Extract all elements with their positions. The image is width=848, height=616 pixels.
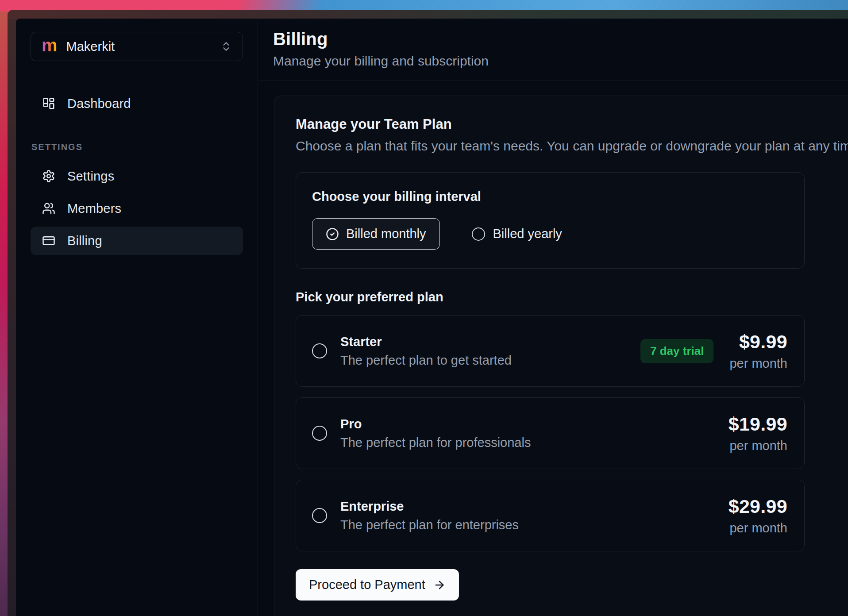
trial-badge: 7 day trial [640, 339, 713, 363]
plan-period: per month [729, 439, 787, 453]
credit-card-icon [42, 234, 55, 247]
proceed-to-payment-button[interactable]: Proceed to Payment [296, 569, 459, 601]
interval-heading: Choose your billing interval [312, 189, 788, 204]
plan-price: $29.99 [729, 496, 787, 517]
plan-price-block: $19.99 per month [729, 413, 787, 453]
card-description: Choose a plan that fits your team's need… [296, 139, 848, 154]
circle-check-icon [326, 227, 339, 241]
plans-heading: Pick your preferred plan [296, 290, 848, 304]
makerkit-logo: m [42, 36, 58, 54]
radio-circle-icon [472, 227, 485, 241]
workspace-name: Makerkit [66, 39, 115, 54]
interval-option-label: Billed monthly [346, 227, 426, 241]
interval-option-monthly[interactable]: Billed monthly [312, 218, 440, 250]
plan-name: Enterprise [340, 499, 519, 514]
radio-circle-icon[interactable] [312, 343, 327, 358]
sidebar-nav: Dashboard SETTINGS Settings Members [31, 89, 243, 259]
interval-options: Billed monthly Billed yearly [312, 218, 788, 250]
radio-circle-icon[interactable] [312, 426, 327, 441]
team-plan-card: Manage your Team Plan Choose a plan that… [274, 96, 848, 616]
plan-info: Starter The perfect plan to get started [340, 335, 512, 368]
sidebar: m Makerkit Dashboard SETTINGS [16, 19, 258, 616]
arrow-right-icon [433, 579, 446, 591]
app-window: m Makerkit Dashboard SETTINGS [8, 10, 848, 616]
radio-circle-icon[interactable] [312, 508, 327, 523]
page-header: Billing Manage your billing and subscrip… [258, 19, 848, 81]
plan-description: The perfect plan to get started [340, 353, 512, 368]
plan-period: per month [729, 521, 787, 535]
plan-description: The perfect plan for enterprises [340, 518, 519, 532]
sidebar-item-dashboard[interactable]: Dashboard [31, 89, 243, 118]
page-subtitle: Manage your billing and subscription [273, 54, 830, 69]
billing-interval-box: Choose your billing interval Billed mont… [296, 172, 805, 269]
proceed-to-payment-label: Proceed to Payment [309, 578, 425, 592]
plan-description: The perfect plan for professionals [340, 435, 531, 450]
plan-row-starter[interactable]: Starter The perfect plan to get started … [296, 315, 805, 387]
app-surface: m Makerkit Dashboard SETTINGS [16, 19, 848, 616]
plan-right: $29.99 per month [729, 496, 787, 535]
main-content: Billing Manage your billing and subscrip… [258, 19, 848, 616]
sidebar-item-settings[interactable]: Settings [31, 162, 243, 190]
chevrons-up-down-icon [220, 41, 232, 52]
plan-price: $9.99 [729, 331, 787, 353]
page-title: Billing [273, 29, 830, 49]
sidebar-item-label: Settings [67, 169, 114, 184]
dashboard-icon [42, 97, 55, 110]
gear-icon [42, 169, 55, 183]
plan-price-block: $9.99 per month [729, 331, 787, 371]
workspace-selector[interactable]: m Makerkit [31, 32, 243, 61]
sidebar-item-label: Members [67, 201, 121, 216]
plan-price: $19.99 [729, 413, 787, 435]
plan-row-pro[interactable]: Pro The perfect plan for professionals $… [296, 397, 805, 469]
plan-info: Pro The perfect plan for professionals [340, 417, 531, 450]
sidebar-item-members[interactable]: Members [31, 194, 243, 223]
plan-name: Starter [340, 335, 512, 349]
plan-right: $19.99 per month [729, 413, 787, 453]
interval-option-yearly[interactable]: Billed yearly [472, 227, 562, 241]
interval-option-label: Billed yearly [493, 227, 562, 241]
sidebar-item-billing[interactable]: Billing [31, 227, 243, 255]
plan-price-block: $29.99 per month [729, 496, 787, 535]
plan-name: Pro [340, 417, 531, 431]
plan-period: per month [729, 356, 787, 371]
content-area: Manage your Team Plan Choose a plan that… [258, 81, 848, 616]
card-title: Manage your Team Plan [296, 116, 848, 132]
sidebar-section-settings: SETTINGS [31, 142, 243, 152]
users-icon [42, 202, 55, 215]
sidebar-item-label: Dashboard [67, 96, 131, 111]
plan-row-enterprise[interactable]: Enterprise The perfect plan for enterpri… [296, 480, 805, 551]
plan-right: 7 day trial $9.99 per month [640, 331, 787, 371]
sidebar-item-label: Billing [67, 234, 102, 248]
plan-info: Enterprise The perfect plan for enterpri… [340, 499, 519, 532]
